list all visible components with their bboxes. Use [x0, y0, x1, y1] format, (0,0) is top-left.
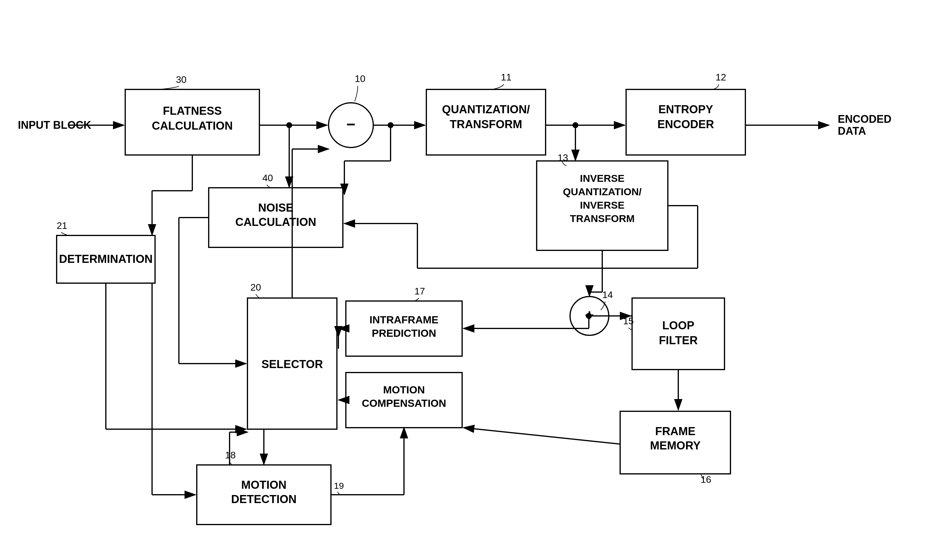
- svg-text:MEMORY: MEMORY: [650, 439, 701, 452]
- svg-text:DETECTION: DETECTION: [231, 493, 297, 505]
- svg-text:LOOP: LOOP: [662, 319, 695, 332]
- svg-text:11: 11: [501, 72, 511, 83]
- svg-text:DETERMINATION: DETERMINATION: [59, 253, 153, 265]
- svg-text:10: 10: [355, 73, 365, 84]
- svg-text:DATA: DATA: [838, 125, 866, 137]
- svg-text:30: 30: [176, 74, 186, 85]
- svg-text:FILTER: FILTER: [659, 334, 698, 347]
- svg-text:13: 13: [558, 152, 568, 163]
- svg-text:FRAME: FRAME: [655, 425, 695, 437]
- svg-text:INVERSE: INVERSE: [580, 172, 624, 184]
- svg-point-103: [586, 313, 592, 319]
- svg-text:CALCULATION: CALCULATION: [152, 120, 233, 132]
- svg-text:PREDICTION: PREDICTION: [372, 327, 436, 339]
- svg-text:19: 19: [334, 481, 344, 491]
- svg-text:QUANTIZATION/: QUANTIZATION/: [442, 103, 530, 115]
- svg-text:−: −: [347, 115, 355, 133]
- svg-text:INTRAFRAME: INTRAFRAME: [370, 314, 438, 325]
- svg-text:TRANSFORM: TRANSFORM: [450, 118, 522, 131]
- diagram-svg: FLATNESS CALCULATION 30 − 10 QUANTIZATIO…: [0, 0, 932, 560]
- full-diagram: FLATNESS CALCULATION 30 − 10 QUANTIZATIO…: [0, 0, 932, 560]
- svg-text:20: 20: [250, 282, 261, 293]
- svg-text:14: 14: [602, 289, 613, 300]
- svg-rect-74: [632, 298, 724, 369]
- svg-text:CALCULATION: CALCULATION: [235, 216, 316, 228]
- svg-text:21: 21: [57, 220, 68, 231]
- svg-text:15: 15: [623, 315, 634, 326]
- svg-text:COMPENSATION: COMPENSATION: [362, 397, 446, 409]
- svg-text:SELECTOR: SELECTOR: [262, 358, 323, 371]
- svg-text:FLATNESS: FLATNESS: [163, 105, 222, 117]
- svg-text:16: 16: [701, 474, 712, 485]
- svg-text:INVERSE: INVERSE: [580, 199, 624, 211]
- svg-text:40: 40: [262, 172, 273, 183]
- svg-text:MOTION: MOTION: [241, 478, 287, 491]
- svg-text:ENTROPY: ENTROPY: [658, 103, 713, 115]
- svg-text:ENCODER: ENCODER: [658, 118, 714, 131]
- svg-text:QUANTIZATION/: QUANTIZATION/: [563, 186, 642, 197]
- svg-text:12: 12: [716, 72, 726, 83]
- svg-text:TRANSFORM: TRANSFORM: [570, 213, 635, 224]
- svg-text:MOTION: MOTION: [383, 384, 425, 395]
- svg-text:ENCODED: ENCODED: [838, 113, 892, 125]
- svg-text:NOISE: NOISE: [258, 202, 293, 214]
- svg-text:18: 18: [225, 450, 236, 460]
- svg-text:17: 17: [414, 286, 425, 297]
